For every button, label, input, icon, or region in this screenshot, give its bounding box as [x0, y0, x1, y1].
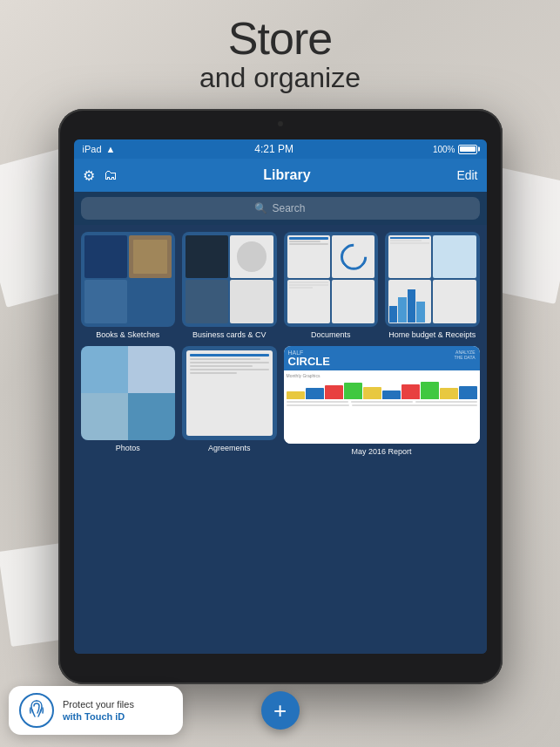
battery-icon — [458, 145, 477, 154]
report-analyze: ANALYZE — [455, 350, 476, 355]
ipad-screen: iPad ▲ 4:21 PM 100% ⚙ 🗂 Library Edit — [74, 139, 487, 654]
nav-bar: ⚙ 🗂 Library Edit — [74, 159, 487, 192]
folder-photos[interactable]: Photos — [81, 346, 176, 457]
folder-label-documents: Documents — [311, 330, 351, 339]
folder-label-business: Business cards & CV — [192, 330, 267, 339]
ipad-camera — [278, 121, 283, 126]
fab-icon: + — [273, 697, 287, 724]
wifi-icon: ▲ — [106, 144, 116, 154]
touch-id-line2: with Touch iD — [63, 711, 125, 722]
ipad-device: iPad ▲ 4:21 PM 100% ⚙ 🗂 Library Edit — [58, 109, 503, 684]
folder-grid-row2: Photos Agreements — [74, 346, 487, 471]
folder-thumb-report: HALF CIRCLE ANALYZE THE DATA Month — [284, 346, 480, 445]
settings-icon[interactable]: ⚙ — [83, 167, 95, 184]
status-left: iPad ▲ — [83, 144, 116, 154]
folder-report[interactable]: HALF CIRCLE ANALYZE THE DATA Month — [284, 346, 480, 457]
folder-thumb-photos — [81, 346, 176, 441]
folder-label-budget: Home budget & Receipts — [388, 330, 476, 339]
status-right: 100% — [433, 145, 478, 154]
folder-thumb-business — [182, 232, 277, 327]
status-time: 4:21 PM — [254, 143, 293, 155]
edit-button[interactable]: Edit — [456, 168, 477, 182]
status-bar: iPad ▲ 4:21 PM 100% — [74, 139, 487, 159]
folder-business[interactable]: Business cards & CV — [182, 232, 277, 339]
folder-documents[interactable]: Documents — [284, 232, 379, 339]
folder-thumb-books — [81, 232, 176, 327]
touch-id-text: Protect your files with Touch iD — [63, 698, 134, 723]
folder-label-photos: Photos — [116, 444, 140, 452]
folder-thumb-budget — [385, 232, 480, 327]
folder-thumb-agreements — [182, 346, 277, 441]
search-input[interactable]: 🔍 Search — [81, 197, 480, 220]
page-title-line2: and organize — [0, 61, 560, 94]
search-bar: 🔍 Search — [74, 192, 487, 225]
fab-button[interactable]: + — [261, 691, 300, 730]
touch-id-icon — [19, 693, 54, 728]
title-area: Store and organize — [0, 16, 560, 94]
report-subtitle: Monthly Graphics — [287, 373, 477, 378]
device-label: iPad — [83, 144, 102, 154]
search-icon: 🔍 — [254, 202, 267, 214]
folder-agreements[interactable]: Agreements — [182, 346, 277, 457]
screen-content: 🔍 Search — [74, 192, 487, 654]
report-the-data: THE DATA — [455, 355, 476, 360]
folder-icon[interactable]: 🗂 — [104, 167, 118, 184]
folder-label-report: May 2016 Report — [351, 447, 411, 456]
folder-thumb-documents — [284, 232, 379, 327]
page-title-line1: Store — [0, 16, 560, 61]
touch-id-banner[interactable]: Protect your files with Touch iD — [9, 686, 183, 735]
report-circle: CIRCLE — [288, 356, 330, 367]
folder-books[interactable]: Books & Sketches — [81, 232, 176, 339]
folder-budget[interactable]: Home budget & Receipts — [385, 232, 480, 339]
folder-label-books: Books & Sketches — [96, 330, 159, 339]
fingerprint-svg — [25, 699, 48, 722]
touch-id-line1: Protect your files — [63, 699, 134, 710]
search-placeholder: Search — [272, 202, 305, 214]
nav-title: Library — [263, 167, 310, 183]
folder-label-agreements: Agreements — [208, 444, 251, 452]
battery-fill — [460, 146, 476, 152]
battery-pct: 100% — [433, 145, 455, 154]
nav-left-icons: ⚙ 🗂 — [83, 167, 118, 184]
folder-grid-row1: Books & Sketches Busin — [74, 225, 487, 346]
